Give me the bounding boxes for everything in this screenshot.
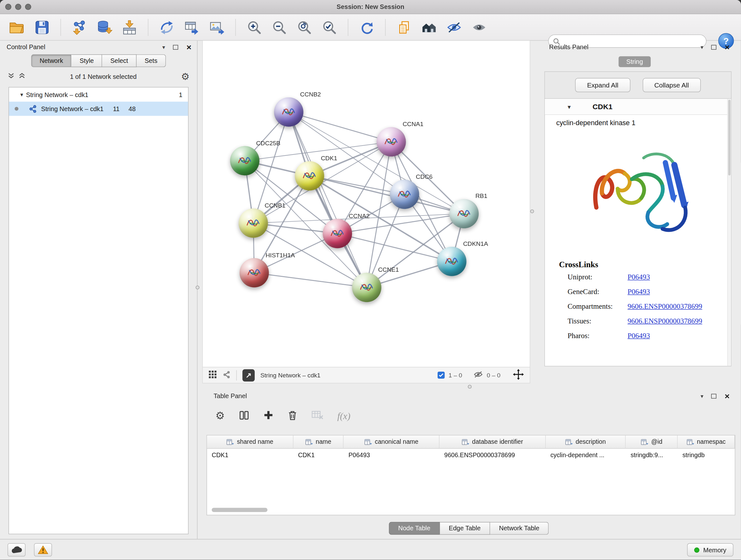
table-settings-gear-icon[interactable]: ⚙ — [215, 411, 225, 422]
horizontal-splitter-handle[interactable] — [468, 385, 472, 388]
table-panel-close-icon[interactable]: × — [725, 392, 730, 400]
table-panel-float-icon[interactable] — [711, 394, 717, 398]
vertical-splitter-handle[interactable] — [196, 286, 199, 289]
table-horizontal-scrollbar[interactable] — [212, 508, 267, 512]
network-from-selection-button[interactable] — [156, 17, 177, 38]
results-scrollbar[interactable] — [727, 99, 731, 366]
network-node-HIST1H1A[interactable] — [240, 258, 269, 288]
results-panel-collapse-icon[interactable]: ▾ — [700, 44, 703, 51]
show-hidden-button[interactable] — [469, 17, 489, 38]
network-node-CCNA2[interactable] — [323, 219, 352, 248]
results-panel-float-icon[interactable] — [711, 45, 717, 50]
column-header-label: description — [576, 438, 606, 445]
hidden-eye-icon[interactable] — [474, 371, 483, 380]
column-header-name[interactable]: name — [293, 435, 344, 449]
tab-select[interactable]: Select — [103, 54, 137, 67]
table-cell[interactable]: stringdb — [678, 449, 735, 461]
save-session-button[interactable] — [31, 17, 52, 38]
memory-button[interactable]: Memory — [687, 543, 733, 556]
open-session-button[interactable] — [7, 17, 27, 38]
crosslink-value-link[interactable]: 9606.ENSP00000378699 — [628, 316, 702, 325]
gene-header-row[interactable]: ▼ CDK1 — [545, 99, 731, 115]
warning-button[interactable] — [34, 543, 52, 556]
tab-style[interactable]: Style — [71, 54, 102, 67]
hide-selected-button[interactable] — [444, 17, 464, 38]
network-node-CDC6[interactable] — [390, 180, 419, 209]
grid-view-icon[interactable] — [208, 370, 217, 380]
column-header-namespac[interactable]: namespac — [678, 435, 735, 449]
memory-label: Memory — [703, 546, 726, 553]
expand-all-networks-icon[interactable] — [18, 73, 25, 80]
control-panel-float-icon[interactable] — [173, 45, 179, 50]
string-tab-badge[interactable]: String — [619, 56, 651, 67]
network-edge-CCNB2-CCNE1[interactable] — [289, 112, 367, 287]
open-in-new-window-button[interactable]: ↗ — [243, 369, 255, 381]
collection-expand-triangle-icon[interactable]: ▼ — [17, 92, 26, 97]
network-node-CCNB1[interactable] — [239, 208, 268, 238]
pan-move-icon[interactable] — [513, 369, 524, 381]
network-edge-CCNB2-CCNA1[interactable] — [289, 112, 391, 142]
tab-edge-table[interactable]: Edge Table — [440, 522, 490, 535]
zoom-selected-button[interactable] — [319, 17, 340, 38]
table-data-row[interactable]: CDK1CDK1P064939606.ENSP00000378699cyclin… — [207, 449, 735, 461]
duplicate-document-button[interactable] — [394, 17, 414, 38]
tab-network[interactable]: Network — [31, 54, 72, 67]
network-collection-row[interactable]: ▼ String Network – cdk1 1 — [9, 87, 188, 102]
network-node-CCNA1[interactable] — [377, 127, 406, 157]
import-table-from-file-button[interactable] — [119, 17, 140, 38]
add-column-icon[interactable] — [263, 410, 273, 422]
collapse-all-button[interactable]: Collapse All — [643, 78, 700, 92]
zoom-out-button[interactable] — [269, 17, 290, 38]
results-panel-close-icon[interactable]: × — [725, 43, 730, 51]
crosslink-value-link[interactable]: P06493 — [628, 273, 650, 281]
network-node-RB1[interactable] — [449, 199, 479, 228]
column-header-database-identifier[interactable]: database identifier — [440, 435, 546, 449]
tab-node-table[interactable]: Node Table — [389, 522, 440, 535]
network-node-CDKN1A[interactable] — [437, 247, 467, 276]
network-row[interactable]: String Network – cdk1 11 48 — [9, 102, 188, 116]
table-cell[interactable]: P06493 — [344, 449, 440, 461]
network-node-CCNE1[interactable] — [352, 273, 381, 302]
tab-sets[interactable]: Sets — [137, 54, 166, 67]
crosslink-value-link[interactable]: P06493 — [628, 287, 650, 296]
network-node-CCNB2[interactable] — [274, 98, 304, 127]
network-edge-HIST1H1A-CCNE1[interactable] — [254, 273, 367, 287]
table-cell[interactable]: CDK1 — [207, 449, 293, 461]
network-options-gear-icon[interactable]: ⚙ — [181, 72, 190, 81]
gene-collapse-triangle-icon[interactable]: ▼ — [566, 104, 571, 110]
table-cell[interactable]: cyclin-dependent ... — [546, 449, 626, 461]
column-header-description[interactable]: description — [546, 435, 626, 449]
crosslink-value-link[interactable]: 9606.ENSP00000378699 — [628, 302, 702, 310]
show-columns-icon[interactable] — [239, 410, 249, 422]
column-header--id[interactable]: @id — [626, 435, 678, 449]
results-splitter-handle[interactable] — [530, 209, 534, 213]
export-table-button[interactable] — [182, 17, 202, 38]
zoom-in-button[interactable] — [244, 17, 265, 38]
selected-nodes-checkbox-icon[interactable] — [437, 372, 445, 379]
network-node-CDK1[interactable] — [295, 161, 324, 191]
tab-network-table[interactable]: Network Table — [490, 522, 549, 535]
delete-column-trash-icon[interactable] — [287, 410, 298, 422]
refresh-view-button[interactable] — [356, 17, 377, 38]
import-network-from-file-button[interactable] — [69, 17, 90, 38]
network-view-toolbar: ↗ String Network – cdk1 1 – 0 0 – 0 — [202, 367, 530, 383]
column-header-canonical-name[interactable]: canonical name — [344, 435, 440, 449]
control-panel-collapse-icon[interactable]: ▾ — [162, 44, 165, 51]
network-share-view-icon[interactable] — [222, 370, 230, 380]
cloud-status-button[interactable] — [8, 543, 25, 556]
crosslink-value-link[interactable]: P06493 — [628, 331, 650, 340]
control-panel-close-icon[interactable]: × — [186, 43, 192, 51]
column-header-shared-name[interactable]: shared name — [207, 435, 293, 449]
table-cell[interactable]: 9606.ENSP00000378699 — [440, 449, 546, 461]
birds-eye-view-button[interactable] — [419, 17, 440, 38]
table-cell[interactable]: CDK1 — [293, 449, 344, 461]
expand-all-button[interactable]: Expand All — [576, 78, 630, 92]
collapse-all-networks-icon[interactable] — [8, 73, 15, 80]
table-panel-collapse-icon[interactable]: ▾ — [700, 393, 703, 399]
network-node-CDC25B[interactable] — [230, 146, 259, 176]
zoom-fit-content-button[interactable] — [294, 17, 315, 38]
network-canvas[interactable]: CCNB2CCNA1CDC25BCDK1CDC6RB1CCNB1CCNA2CDK… — [202, 41, 530, 367]
import-network-from-database-button[interactable] — [94, 17, 115, 38]
export-image-button[interactable] — [206, 17, 227, 38]
table-cell[interactable]: stringdb:9... — [626, 449, 678, 461]
